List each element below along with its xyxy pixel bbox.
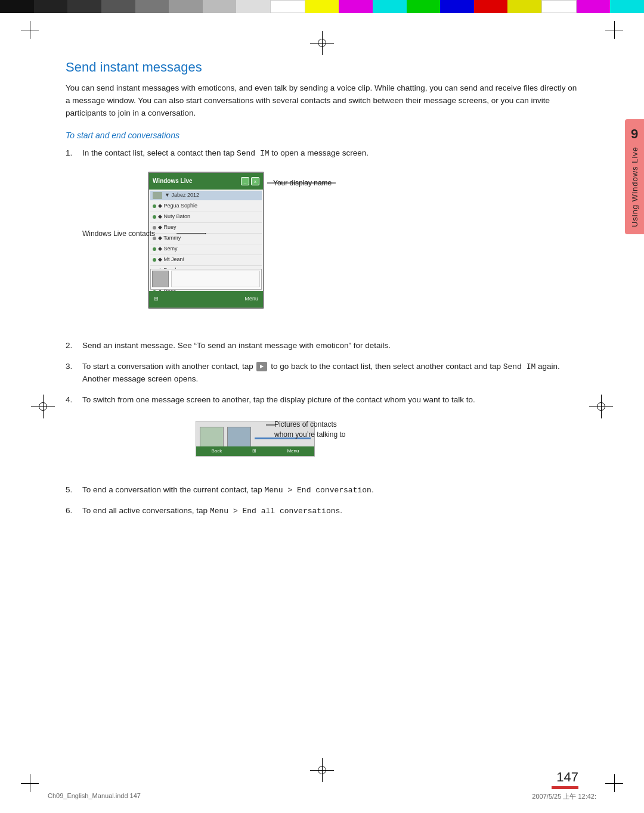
ss-display-name-row: ▼ Jabez 2012 — [150, 191, 262, 200]
step-5-content: To end a conversation with the current c… — [82, 484, 578, 497]
subheading: To start and end conversations — [66, 131, 578, 140]
step-3-icon: ▶ — [256, 362, 267, 371]
step-6-content: To end all active conversations, tap Men… — [82, 505, 578, 517]
ss-title-bar: Windows Live _ x — [149, 173, 263, 190]
step-1-sendim: Send IM — [237, 149, 270, 158]
step-3-num: 3. — [66, 361, 82, 373]
callout-small: Pictures of contacts whom you’re talking… — [274, 420, 345, 440]
step-4-content: To switch from one message screen to ano… — [82, 394, 578, 476]
small-btn-3: Menu — [287, 448, 299, 455]
crop-mark-bl — [21, 774, 39, 792]
ss-body: ▼ Jabez 2012 ◆ Pegua Sophie ◆ Nuty Baton — [149, 190, 263, 308]
footer-right: 2007/5/25 上午 12:42: — [532, 792, 596, 801]
callout-small-line2: whom you’re talking to — [274, 430, 345, 440]
ss-bottom-bar: ⊞ Menu — [149, 291, 263, 308]
sidebar-tab: 9 Using Windows Live — [625, 119, 644, 234]
section-title: Send instant messages — [66, 60, 578, 75]
step-5: 5. To end a conversation with the curren… — [66, 484, 578, 497]
crop-mark-br — [605, 774, 623, 792]
ss-contact-2: ◆ Nuty Baton — [150, 212, 262, 223]
callout-small-line-arrow — [266, 424, 277, 426]
step-4: 4. To switch from one message screen to … — [66, 394, 578, 476]
page-number: 147 — [556, 769, 578, 785]
ss-contact-3: ◆ Ruey — [150, 223, 262, 234]
ss-contact-6: ◆ Mt Jean! — [150, 255, 262, 266]
svg-marker-2 — [205, 233, 206, 234]
step-5-menu: Menu > End conversation — [264, 486, 371, 495]
crosshair-left — [31, 395, 55, 418]
screenshot-img: Windows Live _ x — [148, 172, 264, 309]
step-3-content: To start a conversation with another con… — [82, 361, 578, 386]
steps-list: 1. In the contact list, select a contact… — [66, 147, 578, 517]
color-bar — [0, 0, 644, 13]
sidebar-tab-number: 9 — [631, 126, 638, 142]
small-bottom-bar: Back ⊞ Menu — [196, 446, 314, 456]
small-btn-1: Back — [212, 448, 222, 455]
step-2-content: Send an instant message. See “To send an… — [82, 340, 578, 352]
screenshot-wrapper: Windows Live _ x — [148, 172, 264, 309]
main-content: Send instant messages You can send insta… — [66, 60, 578, 765]
small-screenshot-block: Back ⊞ Menu Pictures of contacts whom yo… — [82, 411, 578, 465]
ss-menu-right: Menu — [244, 295, 258, 303]
crop-mark-tr — [605, 21, 623, 39]
ss-menu-left: ⊞ — [154, 295, 159, 303]
sidebar-tab-label: Using Windows Live — [630, 147, 639, 227]
ss-btn-close: x — [251, 177, 259, 185]
ss-contact-1: ◆ Pegua Sophie — [150, 201, 262, 212]
step-6-num: 6. — [66, 505, 82, 517]
crop-mark-tl — [21, 21, 39, 39]
step-5-num: 5. — [66, 484, 82, 497]
step-4-num: 4. — [66, 394, 82, 406]
step-6-menu: Menu > End all conversations — [210, 507, 340, 516]
page-number-bar — [552, 786, 578, 789]
ss-btn-row: _ x — [241, 177, 259, 185]
step-1-content: In the contact list, select a contact th… — [82, 147, 578, 331]
ss-contact-5: ◆ Semy — [150, 244, 262, 255]
crosshair-top — [310, 31, 334, 55]
page-number-area: 147 — [552, 769, 578, 789]
footer-left: Ch09_English_Manual.indd 147 — [48, 792, 141, 801]
small-btn-2: ⊞ — [252, 448, 256, 455]
ss-btn-min: _ — [241, 177, 249, 185]
ss-contact-4: ◆ Tammy — [150, 234, 262, 244]
footer: Ch09_English_Manual.indd 147 2007/5/25 上… — [48, 792, 596, 801]
step-1-num: 1. — [66, 147, 82, 160]
step-1: 1. In the contact list, select a contact… — [66, 147, 578, 331]
step-3-sendim: Send IM — [503, 362, 536, 371]
step-2: 2. Send an instant message. See “To send… — [66, 340, 578, 352]
crosshair-right — [589, 395, 613, 418]
screenshot-annotation-block: Windows Live _ x — [82, 166, 578, 321]
ss-input-area — [150, 269, 262, 290]
intro-paragraph: You can send instant messages with emoti… — [66, 82, 578, 120]
step-2-num: 2. — [66, 340, 82, 352]
callout-small-line1: Pictures of contacts — [274, 420, 345, 430]
step-3: 3. To start a conversation with another … — [66, 361, 578, 386]
ss-avatar — [152, 271, 169, 287]
callout-contacts-line — [177, 233, 206, 234]
ss-title-text: Windows Live — [153, 176, 193, 186]
step-6: 6. To end all active conversations, tap … — [66, 505, 578, 517]
callout-contacts: Windows Live contacts — [82, 228, 155, 240]
